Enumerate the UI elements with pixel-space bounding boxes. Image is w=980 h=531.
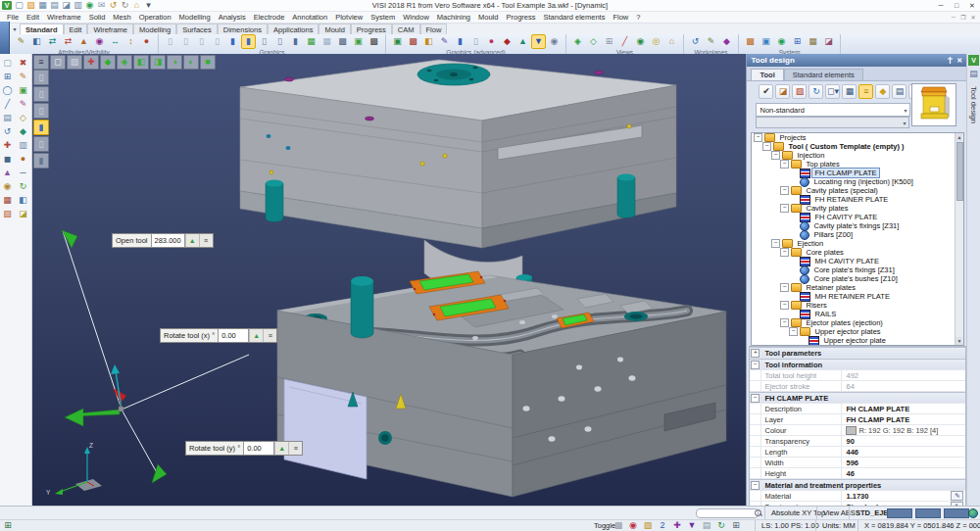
ribbon-tab[interactable]: Progress [351, 24, 392, 34]
add-icon[interactable]: ✚ [0, 139, 15, 152]
gem-icon[interactable]: ▲ [515, 34, 530, 49]
maximize-button[interactable]: □ [949, 0, 964, 11]
expander-icon[interactable] [780, 248, 789, 257]
globe-icon[interactable] [968, 508, 978, 518]
ghost-icon[interactable]: ▯ [194, 34, 209, 49]
ribbon-tab[interactable]: Edit [64, 24, 88, 34]
reflect-icon[interactable]: ◆ [500, 34, 514, 49]
mdi-minimize-button[interactable]: ─ [949, 12, 958, 22]
property-value[interactable]: 446 [842, 448, 965, 457]
dynamic-icon[interactable]: ▯ [272, 34, 287, 49]
tree-item[interactable]: Ejection [752, 239, 956, 248]
colour-icon[interactable]: ◉ [92, 34, 107, 49]
tree-item[interactable]: Cavity plates [752, 204, 956, 213]
undo-icon[interactable]: ↺ [108, 1, 119, 11]
dynamic-section-icon[interactable]: ╱ [617, 34, 632, 49]
mode-2d-icon[interactable]: 2 [657, 521, 668, 531]
edge-icon[interactable]: ─ [16, 167, 30, 179]
tool-type-dropdown[interactable]: Non-standard [756, 103, 910, 117]
tree-item[interactable]: Risers [752, 301, 956, 310]
new-icon[interactable]: ▢ [14, 1, 24, 11]
property-row[interactable]: Length 446 ✎ [750, 447, 965, 458]
menu-item[interactable]: Modelling [175, 13, 215, 22]
list-icon[interactable]: ▤ [701, 521, 712, 531]
property-value[interactable]: FH CLAMP PLATE [842, 405, 965, 413]
window-grid-icon[interactable]: ⊞ [790, 34, 805, 49]
section-toggle[interactable] [750, 491, 761, 501]
property-row[interactable]: Tool information ✎ [750, 359, 965, 370]
tree-item[interactable]: Pillars [Z00] [752, 230, 956, 239]
property-value[interactable]: 596 [842, 459, 965, 467]
tree-item[interactable]: Core plates [752, 248, 956, 257]
sphere-icon[interactable]: ● [16, 153, 30, 166]
tree-item[interactable]: Core plate's fixings [Z31] [752, 266, 956, 274]
point-icon[interactable]: ▢ [0, 57, 15, 70]
check-face-icon[interactable]: ▣ [351, 34, 366, 49]
menu-item[interactable]: Standard elements [539, 13, 609, 22]
menu-item[interactable]: Flow [609, 13, 632, 22]
shade-analysis-icon[interactable]: ▯ [33, 136, 49, 152]
property-row[interactable]: Material and treatment properties ✎ [750, 479, 965, 491]
layer-chip-3[interactable] [944, 508, 969, 518]
keyboard-entry-icon[interactable]: ≡ [288, 442, 302, 455]
tree-item[interactable]: Injection [752, 151, 956, 160]
property-value[interactable]: 492 [842, 371, 965, 380]
section-toggle[interactable] [750, 458, 761, 467]
calculator-icon[interactable]: ▦ [806, 34, 820, 49]
shade-ghost-icon[interactable]: ▯ [33, 103, 49, 119]
section-toggle[interactable] [750, 404, 761, 413]
section-toggle[interactable] [750, 370, 761, 380]
expander-icon[interactable] [780, 186, 789, 195]
menu-item[interactable]: File [3, 13, 23, 22]
section-toggle[interactable] [750, 436, 761, 446]
print-icon[interactable]: ▥ [73, 1, 83, 11]
menu-item[interactable]: Mould [474, 13, 502, 22]
view-back-icon[interactable]: ◨ [150, 55, 166, 70]
curvature-icon[interactable]: ▩ [335, 34, 350, 49]
property-row[interactable]: Total tool height 492 ✎ [750, 370, 965, 381]
mdi-close-button[interactable]: ✕ [968, 12, 978, 22]
search-input[interactable] [696, 508, 759, 518]
ribbon-tab[interactable]: Applications [268, 24, 318, 34]
property-value[interactable]: 46 [842, 469, 965, 478]
section-toggle[interactable] [750, 480, 761, 490]
plot-icon[interactable]: ◉ [84, 1, 95, 11]
section-toggle[interactable] [750, 393, 761, 403]
snap-star-icon[interactable]: ✚ [671, 521, 683, 531]
active-layer[interactable]: STD_EJE( [849, 507, 891, 519]
expander-icon[interactable] [780, 301, 789, 310]
material-icon[interactable]: ◧ [421, 34, 436, 49]
folder-icon[interactable]: ▨ [642, 521, 654, 531]
property-value[interactable]: 90 [842, 437, 965, 446]
property-row[interactable]: Transparency 90 ✎ [750, 436, 965, 447]
globe-icon[interactable]: ◉ [774, 34, 789, 49]
shade-hidden-icon[interactable]: ▯ [33, 86, 49, 102]
workplane-edit-icon[interactable]: ✎ [704, 34, 718, 49]
ribbon-tab[interactable]: Standard [20, 24, 64, 34]
ribbon-tab[interactable]: CAM [392, 24, 420, 34]
view-iso-icon[interactable]: ◆ [100, 55, 116, 70]
view-shade-icon[interactable]: ▨ [67, 55, 82, 70]
display-icon[interactable]: ▣ [759, 34, 773, 49]
section-toggle[interactable] [750, 414, 761, 424]
tree-item[interactable]: Cavity plate's fixings [Z31] [752, 221, 956, 230]
surface-icon[interactable]: ◆ [16, 125, 30, 138]
scroll-up-icon[interactable]: ▲ [956, 133, 962, 141]
shadow-icon[interactable]: ▩ [367, 34, 381, 49]
tree-item[interactable]: Cavity plates (special) [752, 186, 956, 195]
expander-icon[interactable] [754, 133, 762, 142]
filter-icon[interactable]: ▲ [76, 34, 91, 49]
ribbon-tab[interactable]: Surfaces [176, 24, 218, 34]
settings-grid-icon[interactable]: ▩ [743, 34, 758, 49]
menu-item[interactable]: Operation [135, 13, 175, 22]
tree-item[interactable]: RAILS [752, 310, 956, 318]
property-row[interactable]: Material 1.1730 ✎ [750, 491, 965, 502]
open-tool-input[interactable]: 283.000 [151, 234, 185, 247]
workplane-new-icon[interactable]: ↺ [688, 34, 703, 49]
edit-icon[interactable]: ✎ [951, 491, 963, 501]
view-front-icon[interactable]: ◧ [133, 55, 149, 70]
secondary-dropdown[interactable] [756, 117, 909, 128]
layer-chip-2[interactable] [915, 508, 941, 518]
ribbon-tab[interactable]: Wireframe [87, 24, 133, 34]
pin-icon[interactable] [947, 57, 954, 65]
